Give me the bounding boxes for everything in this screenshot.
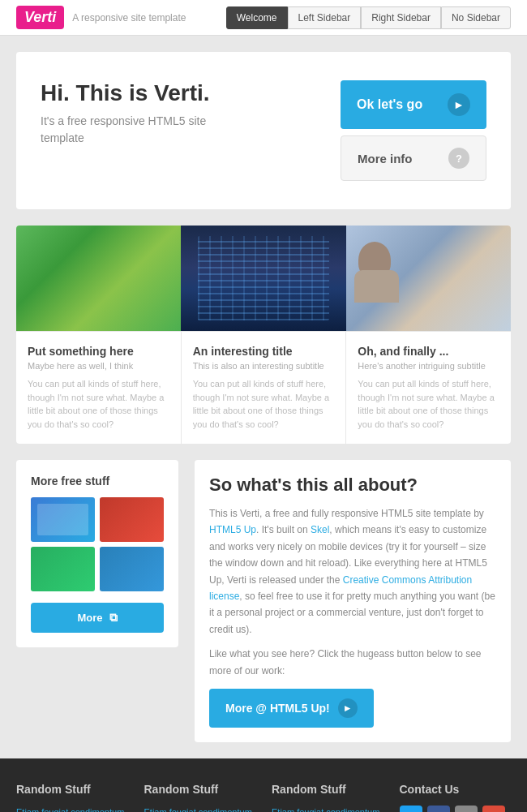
card-1-title: Put something here — [28, 345, 169, 358]
footer-col-4: Contact Us t f ⚙ g+ 1234 Fictional Road … — [400, 783, 512, 812]
tagline: A responsive site template — [72, 12, 225, 24]
about-para2: Like what you see here? Click the hugeas… — [209, 646, 496, 679]
html5up-button[interactable]: More @ HTML5 Up! ► — [209, 689, 374, 728]
footer-col1-links: Etiam feugiat condimentum Aliquam imperd… — [16, 806, 128, 812]
footer-inner: Random Stuff Etiam feugiat condimentum A… — [16, 783, 511, 812]
thumbnail-grid — [31, 497, 164, 591]
more-free-stuff-title: More free stuff — [31, 475, 164, 488]
arrow-icon: ► — [448, 93, 470, 116]
hero-title: Hi. This is Verti. — [41, 80, 227, 106]
about-para1: This is Verti, a free and fully responsi… — [209, 505, 496, 638]
footer-col4-title: Contact Us — [400, 783, 512, 796]
footer-col2-title: Random Stuff — [144, 783, 256, 796]
list-item: Etiam feugiat condimentum — [144, 806, 256, 812]
thumbnail-4 — [100, 547, 164, 591]
thumbnail-2 — [100, 497, 164, 542]
footer-col3-title: Random Stuff — [272, 783, 383, 796]
cards-section: Put something here Maybe here as well, I… — [16, 226, 511, 444]
more-button[interactable]: More ⧉ — [31, 603, 164, 633]
question-icon: ? — [448, 148, 469, 169]
card-2-title: An interesting title — [193, 345, 335, 358]
card-3-title: Oh, and finally ... — [358, 345, 499, 358]
hero-text: Hi. This is Verti. It's a free responsiv… — [41, 80, 227, 147]
thumbnail-3 — [31, 547, 95, 591]
header: Verti A responsive site template Welcome… — [0, 0, 527, 36]
skel-link[interactable]: Skel — [311, 524, 329, 535]
google-plus-icon[interactable]: g+ — [482, 806, 505, 812]
footer-col2-links: Etiam feugiat condimentum Aliquam imperd… — [144, 806, 256, 812]
card-image-grass — [16, 226, 181, 331]
facebook-icon[interactable]: f — [427, 806, 450, 812]
more-info-button[interactable]: More info ? — [341, 135, 486, 181]
footer-col-3: Random Stuff Etiam feugiat condimentum A… — [272, 783, 383, 812]
footer-col1-title: Random Stuff — [16, 783, 128, 796]
card-2-body: You can put all kinds of stuff here, tho… — [193, 377, 335, 431]
card-image-tech — [181, 226, 345, 331]
card-3-body: You can put all kinds of stuff here, tho… — [358, 377, 499, 431]
hero-subtitle: It's a free responsive HTML5 site templa… — [41, 113, 227, 147]
html5up-link[interactable]: HTML5 Up — [209, 524, 256, 535]
col-right: So what's this all about? This is Verti,… — [195, 460, 511, 742]
twitter-icon[interactable]: t — [400, 806, 422, 812]
copy-icon: ⧉ — [109, 611, 118, 625]
thumbnail-1 — [31, 497, 95, 542]
card-image-person — [346, 226, 511, 331]
nav-welcome[interactable]: Welcome — [226, 6, 288, 29]
card-3-subtitle: Here's another intriguing subtitle — [358, 361, 499, 371]
card-2-subtitle: This is also an interesting subtitle — [193, 361, 335, 371]
card-1-subtitle: Maybe here as well, I think — [28, 361, 169, 371]
col-left: More free stuff More ⧉ — [16, 460, 178, 647]
footer-col-1: Random Stuff Etiam feugiat condimentum A… — [16, 783, 128, 812]
ok-lets-go-button[interactable]: Ok let's go ► — [341, 80, 486, 129]
nav-left-sidebar[interactable]: Left Sidebar — [288, 6, 362, 29]
logo: Verti — [16, 6, 64, 29]
social-icons: t f ⚙ g+ — [400, 806, 512, 812]
two-col-section: More free stuff More ⧉ So what's this al… — [16, 460, 511, 742]
hero-buttons: Ok let's go ► More info ? — [341, 80, 486, 181]
nav-no-sidebar[interactable]: No Sidebar — [441, 6, 511, 29]
list-item: Etiam feugiat condimentum — [16, 806, 128, 812]
arrow-icon-2: ► — [338, 698, 358, 718]
nav-right-sidebar[interactable]: Right Sidebar — [361, 6, 441, 29]
about-title: So what's this all about? — [209, 475, 496, 496]
footer: Random Stuff Etiam feugiat condimentum A… — [0, 758, 527, 812]
nav-buttons: Welcome Left Sidebar Right Sidebar No Si… — [226, 6, 511, 29]
card-1: Put something here Maybe here as well, I… — [16, 331, 182, 444]
card-2: An interesting title This is also an int… — [182, 331, 347, 444]
list-item: Etiam feugiat condimentum — [272, 806, 383, 812]
cards-images — [16, 226, 511, 331]
cards-content: Put something here Maybe here as well, I… — [16, 331, 511, 444]
card-3: Oh, and finally ... Here's another intri… — [346, 331, 511, 444]
footer-col3-links: Etiam feugiat condimentum Aliquam imperd… — [272, 806, 383, 812]
cc-license-link[interactable]: Creative Commons Attribution license — [209, 574, 472, 602]
settings-icon[interactable]: ⚙ — [455, 806, 478, 812]
hero-section: Hi. This is Verti. It's a free responsiv… — [16, 52, 511, 209]
card-1-body: You can put all kinds of stuff here, tho… — [28, 377, 169, 431]
footer-col-2: Random Stuff Etiam feugiat condimentum A… — [144, 783, 256, 812]
